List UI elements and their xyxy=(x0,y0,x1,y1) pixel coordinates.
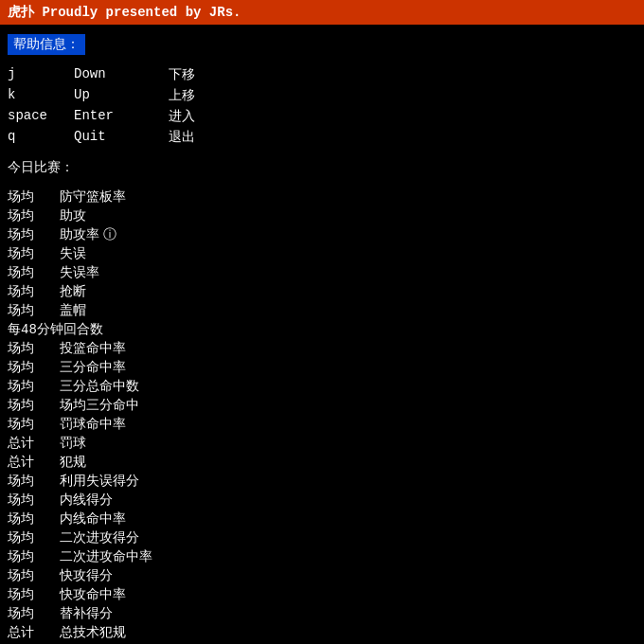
list-item-prefix: 场均 xyxy=(8,302,60,319)
list-item[interactable]: 场均 防守篮板率 xyxy=(8,188,636,206)
list-item-prefix: 场均 xyxy=(8,264,60,281)
list-item-prefix: 场均 xyxy=(8,586,60,603)
list-item-name: 罚球命中率 xyxy=(60,416,126,433)
help-action: Enter xyxy=(74,108,169,125)
list-item[interactable]: 场均 内线得分 xyxy=(8,491,636,510)
list-item-name: 总技术犯规 xyxy=(60,624,126,641)
list-item-prefix: 场均 xyxy=(8,529,60,546)
help-header: 帮助信息： xyxy=(8,34,85,55)
list-item[interactable]: 场均 三分总命中数 xyxy=(8,377,636,396)
help-key: j xyxy=(8,66,74,83)
list-item-name: 回合数 xyxy=(63,321,103,338)
list-item[interactable]: 场均 助攻 xyxy=(8,206,636,225)
help-desc: 下移 xyxy=(169,66,195,83)
list-item[interactable]: 总计 总技术犯规 xyxy=(8,623,636,642)
help-key: k xyxy=(8,87,74,104)
help-desc: 上移 xyxy=(169,87,195,104)
list-item-name: 失误 xyxy=(60,245,86,262)
list-item-prefix: 场均 xyxy=(8,188,60,206)
list-item-name: 抢断 xyxy=(60,283,86,300)
list-item[interactable]: 场均 场均三分命中 xyxy=(8,396,636,415)
list-item[interactable]: 场均 快攻得分 xyxy=(8,566,636,585)
list-item[interactable]: 场均 二次进攻命中率 xyxy=(8,547,636,566)
list-item-prefix: 场均 xyxy=(8,340,60,357)
help-row: k Up 上移 xyxy=(8,85,636,106)
list-item[interactable]: 每48分钟 回合数 xyxy=(8,320,636,339)
help-row: j Down 下移 xyxy=(8,64,636,85)
list-item-name: 二次进攻命中率 xyxy=(60,548,152,565)
list-container: 场均 防守篮板率 场均 助攻 场均 助攻率ⓘ 场均 失误 场均 失误率 场均 抢… xyxy=(8,188,636,644)
list-item[interactable]: 总计 犯规 xyxy=(8,453,636,472)
list-item-prefix: 场均 xyxy=(8,226,60,243)
list-item[interactable]: 场均 投篮命中率 xyxy=(8,339,636,358)
list-item[interactable]: 场均 罚球命中率 xyxy=(8,415,636,434)
list-item-name: 三分总命中数 xyxy=(60,378,139,395)
list-item-prefix: 场均 xyxy=(8,207,60,224)
list-item-name: 内线得分 xyxy=(60,492,113,509)
list-item-prefix: 场均 xyxy=(8,567,60,584)
list-item-name: 投篮命中率 xyxy=(60,340,126,357)
list-item-prefix: 场均 xyxy=(8,283,60,300)
list-item-name: 助攻 xyxy=(60,207,86,224)
list-item[interactable]: 场均 盖帽 xyxy=(8,301,636,320)
title-bar: 虎扑 Proudly presented by JRs. xyxy=(0,0,644,25)
list-item-name: 三分命中率 xyxy=(60,359,126,376)
list-item-name: 快攻命中率 xyxy=(60,586,126,603)
list-item-prefix: 场均 xyxy=(8,548,60,565)
list-item[interactable]: 场均 助攻率ⓘ xyxy=(8,225,636,244)
list-item-prefix: 场均 xyxy=(8,359,60,376)
list-item[interactable]: 场均 失误率 xyxy=(8,263,636,282)
list-item-prefix: 总计 xyxy=(8,435,60,452)
help-action: Up xyxy=(74,87,169,104)
list-item-prefix: 场均 xyxy=(8,605,60,622)
help-row: space Enter 进入 xyxy=(8,106,636,127)
list-item-prefix: 场均 xyxy=(8,245,60,262)
section-title: 今日比赛： xyxy=(8,159,636,176)
today-games-label: 今日比赛： xyxy=(8,160,74,175)
list-item-prefix: 总计 xyxy=(8,624,60,641)
list-item-name: 利用失误得分 xyxy=(60,473,139,490)
help-action: Down xyxy=(74,66,169,83)
list-item-name: 内线命中率 xyxy=(60,510,126,528)
title-text: 虎扑 Proudly presented by JRs. xyxy=(8,5,241,20)
help-action: Quit xyxy=(74,129,169,146)
help-table: j Down 下移 k Up 上移 space Enter 进入 q Quit … xyxy=(8,64,636,148)
list-item-name: 场均三分命中 xyxy=(60,397,139,414)
help-key: space xyxy=(8,108,74,125)
list-item-name: 失误率 xyxy=(60,264,99,281)
list-item-prefix: 场均 xyxy=(8,473,60,490)
list-item-name: 防守篮板率 xyxy=(60,188,126,206)
info-icon: ⓘ xyxy=(103,226,116,243)
list-item-prefix: 场均 xyxy=(8,416,60,433)
help-key: q xyxy=(8,129,74,146)
list-item-name: 罚球 xyxy=(60,435,86,452)
help-header-label: 帮助信息： xyxy=(13,37,80,52)
list-item[interactable]: 场均 内线命中率 xyxy=(8,510,636,528)
list-item[interactable]: 场均 失误 xyxy=(8,244,636,263)
list-item-name: 助攻率 xyxy=(60,226,99,243)
list-item-prefix: 每48分钟 xyxy=(8,321,63,338)
help-desc: 退出 xyxy=(169,129,195,146)
list-item[interactable]: 场均 替补得分 xyxy=(8,604,636,623)
help-row: q Quit 退出 xyxy=(8,127,636,148)
list-item-prefix: 总计 xyxy=(8,454,60,471)
list-item-name: 替补得分 xyxy=(60,605,113,622)
list-item-prefix: 场均 xyxy=(8,492,60,509)
list-item[interactable]: 场均 二次进攻得分 xyxy=(8,528,636,547)
list-item-prefix: 场均 xyxy=(8,378,60,395)
list-item-name: 犯规 xyxy=(60,454,86,471)
list-item-name: 快攻得分 xyxy=(60,567,113,584)
list-item[interactable]: 场均 抢断 xyxy=(8,282,636,301)
list-item[interactable]: 场均 快攻命中率 xyxy=(8,585,636,604)
list-item-prefix: 场均 xyxy=(8,397,60,414)
list-item-prefix: 场均 xyxy=(8,510,60,528)
list-item[interactable]: 总计 罚球 xyxy=(8,434,636,453)
list-item[interactable]: 场均 三分命中率 xyxy=(8,358,636,377)
list-item[interactable]: 场均 利用失误得分 xyxy=(8,472,636,491)
list-item-name: 二次进攻得分 xyxy=(60,529,139,546)
help-desc: 进入 xyxy=(169,108,195,125)
list-item-name: 盖帽 xyxy=(60,302,86,319)
